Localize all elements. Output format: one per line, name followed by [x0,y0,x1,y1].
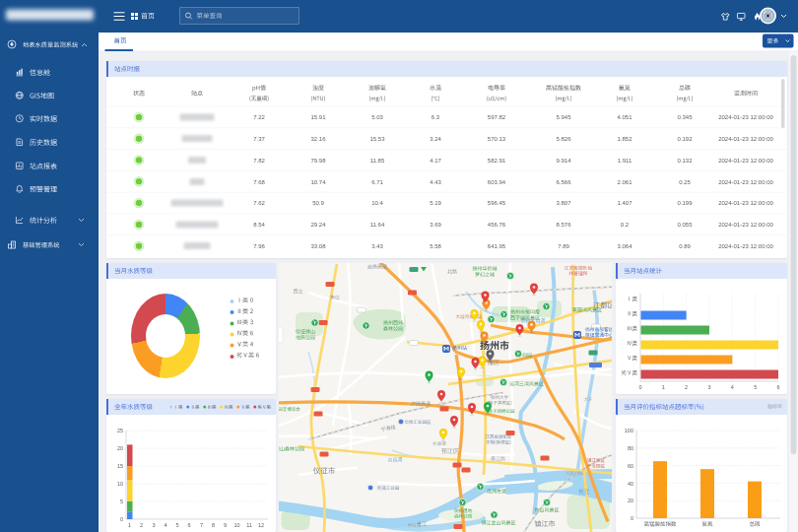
svg-text:7.96: 7.96 [253,243,265,249]
svg-text:3.807: 3.807 [556,200,571,206]
svg-text:15.91: 15.91 [310,114,326,120]
svg-text:3.24: 3.24 [430,136,441,142]
svg-text:0: 0 [120,516,123,522]
svg-text:3.064: 3.064 [617,243,632,249]
svg-text:6.566: 6.566 [556,179,571,185]
svg-text:582.91: 582.91 [488,158,506,164]
svg-text:20: 20 [628,498,633,503]
svg-text:6: 6 [187,522,190,528]
svg-text:32.16: 32.16 [310,136,326,142]
svg-text:40: 40 [628,481,633,487]
svg-text:1.852: 1.852 [617,136,632,142]
svg-text:25: 25 [117,428,123,433]
svg-text:2: 2 [140,522,143,528]
svg-text:4.17: 4.17 [430,158,441,164]
svg-text:2024-01-23 12:00:00: 2024-01-23 12:00:00 [718,200,773,206]
svg-text:3.43: 3.43 [371,243,383,249]
svg-text:9.914: 9.914 [556,158,571,164]
svg-text:5.03: 5.03 [371,114,383,120]
svg-text:597.82: 597.82 [488,114,506,120]
svg-text:5.19: 5.19 [430,200,441,206]
svg-text:11.64: 11.64 [370,222,385,228]
svg-text:3.69: 3.69 [430,222,441,228]
svg-text:2024-01-23 12:00:00: 2024-01-23 12:00:00 [718,222,773,228]
svg-text:10: 10 [233,522,239,528]
svg-text:0.192: 0.192 [677,136,693,142]
svg-text:20: 20 [117,445,123,451]
svg-text:80: 80 [628,445,633,451]
svg-text:7.82: 7.82 [253,158,265,164]
svg-text:8.54: 8.54 [253,222,265,228]
svg-text:7.37: 7.37 [253,136,265,142]
svg-text:12: 12 [258,522,264,528]
svg-text:570.13: 570.13 [488,136,506,142]
svg-text:2024-01-23 12:00:00: 2024-01-23 12:00:00 [718,179,773,185]
svg-text:7.62: 7.62 [253,200,265,206]
svg-text:1: 1 [662,384,665,390]
svg-text:100: 100 [625,428,633,433]
svg-text:10.4: 10.4 [371,200,383,206]
svg-text:603.94: 603.94 [488,179,506,185]
svg-text:5.826: 5.826 [556,136,571,142]
svg-text:15.53: 15.53 [369,136,385,142]
svg-text:5.58: 5.58 [430,243,441,249]
svg-text:7.22: 7.22 [253,114,265,120]
svg-text:2024-01-23 12:00:00: 2024-01-23 12:00:00 [718,158,773,164]
svg-text:5.945: 5.945 [556,114,571,120]
svg-text:0.055: 0.055 [677,222,693,228]
svg-text:2: 2 [685,384,688,390]
svg-text:0.199: 0.199 [677,200,693,206]
svg-text:2024-01-23 12:00:00: 2024-01-23 12:00:00 [718,136,773,142]
svg-text:7.68: 7.68 [253,179,265,185]
svg-text:4: 4 [164,522,166,528]
svg-text:29.24: 29.24 [310,222,326,228]
svg-text:4.051: 4.051 [617,114,632,120]
svg-text:0.132: 0.132 [677,158,693,164]
svg-text:0: 0 [638,384,641,390]
svg-text:596.45: 596.45 [488,200,506,206]
svg-text:0.25: 0.25 [679,179,691,185]
svg-text:3: 3 [707,384,710,390]
svg-text:7: 7 [200,522,203,528]
svg-text:6: 6 [776,384,779,390]
svg-text:4: 4 [731,384,734,390]
svg-text:2.061: 2.061 [617,179,632,185]
svg-text:0.89: 0.89 [679,243,691,249]
svg-text:3: 3 [152,522,155,528]
svg-text:5: 5 [175,522,178,528]
svg-text:5: 5 [754,384,757,390]
svg-text:456.76: 456.76 [488,222,506,228]
svg-text:1: 1 [128,522,131,528]
svg-text:6.3: 6.3 [432,114,440,120]
svg-text:8: 8 [212,522,215,528]
svg-text:5: 5 [120,499,123,504]
svg-text:7.89: 7.89 [558,243,569,249]
svg-text:50.9: 50.9 [312,200,324,206]
svg-text:15: 15 [117,463,123,469]
svg-text:79.98: 79.98 [310,158,326,164]
svg-text:11: 11 [246,522,252,528]
svg-text:0.345: 0.345 [677,114,693,120]
svg-text:4.43: 4.43 [430,179,441,185]
svg-text:10.74: 10.74 [310,179,326,185]
svg-text:10: 10 [117,481,123,487]
svg-text:1.407: 1.407 [617,200,632,206]
svg-text:0.2: 0.2 [621,222,630,228]
svg-text:9: 9 [224,522,227,528]
svg-text:8.576: 8.576 [556,222,571,228]
svg-text:641.95: 641.95 [488,243,506,249]
svg-text:2024-01-23 12:00:00: 2024-01-23 12:00:00 [718,114,773,120]
svg-text:1.911: 1.911 [618,158,632,164]
svg-text:2024-01-23 12:00:00: 2024-01-23 12:00:00 [718,243,773,249]
svg-text:60: 60 [628,463,633,469]
svg-text:11.85: 11.85 [370,158,385,164]
svg-text:0: 0 [631,515,633,521]
svg-text:6.71: 6.71 [371,179,383,185]
svg-text:33.08: 33.08 [310,243,326,249]
